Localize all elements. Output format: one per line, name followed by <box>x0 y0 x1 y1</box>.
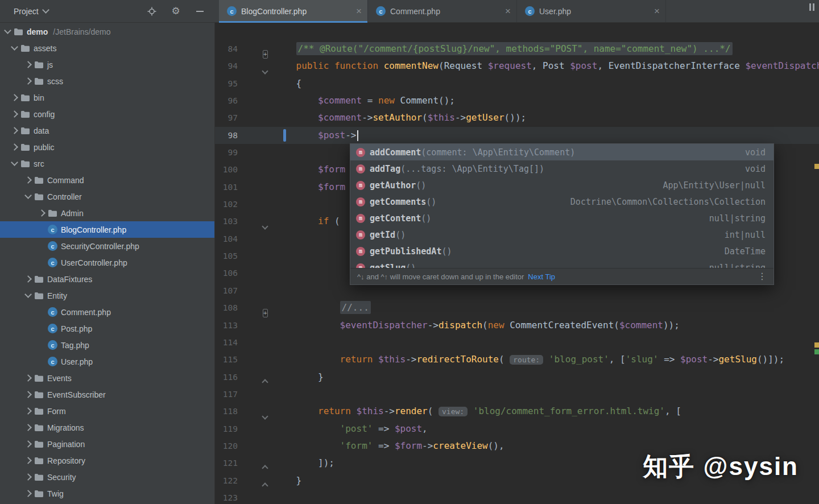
line-number[interactable]: 106 <box>215 265 238 282</box>
chevron-right-icon[interactable] <box>24 391 32 398</box>
tree-item-Repository[interactable]: Repository <box>0 452 214 469</box>
chevron-right-icon[interactable] <box>24 61 32 68</box>
code-line-84[interactable]: 84+ /** @Route("/comment/{postSlug}/new"… <box>215 40 819 57</box>
tree-item-Migrations[interactable]: Migrations <box>0 419 214 436</box>
tree-item-scss[interactable]: scss <box>0 73 214 89</box>
chevron-down-icon[interactable] <box>24 192 32 199</box>
completion-item-addTag[interactable]: maddTag(...tags: \App\Entity\Tag[])void <box>350 160 774 177</box>
tree-item-Controller[interactable]: Controller <box>0 188 214 205</box>
tree-item-EventSubscriber[interactable]: EventSubscriber <box>0 386 214 403</box>
line-number[interactable]: 120 <box>215 437 238 455</box>
chevron-right-icon[interactable] <box>38 209 46 217</box>
chevron-right-icon[interactable] <box>24 440 32 448</box>
line-number[interactable]: 100 <box>215 161 238 178</box>
code-line-119[interactable]: 119 'post' => $post, <box>215 420 819 437</box>
tree-item-src[interactable]: src <box>0 155 214 172</box>
completion-item-getContent[interactable]: mgetContent()null|string <box>350 210 774 226</box>
line-number[interactable]: 117 <box>215 386 238 403</box>
line-number[interactable]: 102 <box>215 196 238 213</box>
code-line-118[interactable]: 118 return $this->render( view: 'blog/co… <box>215 403 819 420</box>
code-line-116[interactable]: 116 } <box>215 369 819 386</box>
close-icon[interactable]: × <box>341 6 362 16</box>
tree-item-Command[interactable]: Command <box>0 172 214 188</box>
code-line-115[interactable]: 115 return $this->redirectToRoute( route… <box>215 351 819 368</box>
line-number[interactable]: 95 <box>215 75 238 92</box>
tree-item-js[interactable]: js <box>0 56 214 73</box>
completion-item-getSlug[interactable]: mgetSlug()null|string <box>350 259 774 268</box>
chevron-down-icon[interactable] <box>24 291 32 298</box>
chevron-right-icon[interactable] <box>24 176 32 184</box>
tree-item-data[interactable]: data <box>0 122 214 139</box>
line-number[interactable]: 107 <box>215 282 238 299</box>
tree-item-bin[interactable]: bin <box>0 89 214 106</box>
fold-collapse-icon[interactable] <box>262 414 268 420</box>
line-number[interactable]: 118 <box>215 403 238 420</box>
chevron-right-icon[interactable] <box>11 143 18 151</box>
completion-item-getId[interactable]: mgetId()int|null <box>350 226 774 243</box>
tree-item-User.php[interactable]: cUser.php <box>0 353 214 370</box>
code-line-95[interactable]: 95 { <box>215 75 819 92</box>
line-number[interactable]: 108 <box>215 299 238 316</box>
close-icon[interactable]: × <box>490 6 511 16</box>
code-line-97[interactable]: 97 $comment->setAuthor($this->getUser())… <box>215 109 819 126</box>
tree-item-BlogController.php[interactable]: cBlogController.php <box>0 221 214 238</box>
stripe-mark-warning[interactable] <box>814 164 819 169</box>
tree-item-Twig[interactable]: Twig <box>0 485 214 502</box>
chevron-right-icon[interactable] <box>24 275 32 283</box>
line-number[interactable]: 104 <box>215 230 238 247</box>
tree-item-Events[interactable]: Events <box>0 370 214 386</box>
code-line-96[interactable]: 96 $comment = new Comment(); <box>215 92 819 109</box>
project-view-selector[interactable]: Project <box>14 7 48 16</box>
line-number[interactable]: 94 <box>215 57 238 75</box>
line-number[interactable]: 114 <box>215 334 238 351</box>
chevron-right-icon[interactable] <box>24 374 32 382</box>
line-number[interactable]: 113 <box>215 317 238 334</box>
chevron-right-icon[interactable] <box>24 77 32 85</box>
close-icon[interactable]: × <box>639 6 660 16</box>
chevron-down-icon[interactable] <box>11 159 18 166</box>
code-line-117[interactable]: 117 <box>215 386 819 403</box>
line-number[interactable]: 103 <box>215 213 238 230</box>
fold-end-icon[interactable] <box>262 465 268 472</box>
completion-item-addComment[interactable]: maddComment(comment: \App\Entity\Comment… <box>350 144 774 160</box>
tree-item-assets[interactable]: assets <box>0 40 214 56</box>
line-number[interactable]: 123 <box>215 489 238 504</box>
fold-collapse-icon[interactable] <box>262 68 268 75</box>
code-line-113[interactable]: 113 $eventDispatcher->dispatch(new Comme… <box>215 317 819 334</box>
line-number[interactable]: 122 <box>215 472 238 489</box>
tree-item-DataFixtures[interactable]: DataFixtures <box>0 271 214 287</box>
line-number[interactable]: 84 <box>215 40 238 57</box>
chevron-right-icon[interactable] <box>24 473 32 481</box>
line-number[interactable]: 99 <box>215 144 238 161</box>
tree-item-Admin[interactable]: Admin <box>0 205 214 221</box>
line-number[interactable]: 97 <box>215 109 238 126</box>
line-number[interactable]: 98 <box>215 127 238 144</box>
chevron-right-icon[interactable] <box>24 407 32 415</box>
chevron-right-icon[interactable] <box>24 490 32 497</box>
tree-item-Security[interactable]: Security <box>0 469 214 485</box>
chevron-right-icon[interactable] <box>11 110 18 118</box>
completion-item-getComments[interactable]: mgetComments()Doctrine\Common\Collection… <box>350 193 774 210</box>
completion-item-getPublishedAt[interactable]: mgetPublishedAt()DateTime <box>350 243 774 259</box>
tree-item-Tag.php[interactable]: cTag.php <box>0 337 214 353</box>
line-number[interactable]: 115 <box>215 351 238 368</box>
tree-item-public[interactable]: public <box>0 139 214 155</box>
inspections-widget-icon[interactable] <box>809 3 814 11</box>
line-number[interactable]: 101 <box>215 179 238 196</box>
tree-item-Pagination[interactable]: Pagination <box>0 436 214 452</box>
code-line-114[interactable]: 114 <box>215 334 819 351</box>
fold-end-icon[interactable] <box>262 379 268 385</box>
gear-icon[interactable]: ⚙ <box>171 6 181 16</box>
chevron-down-icon[interactable] <box>11 43 18 51</box>
editor-tab-BlogController.php[interactable]: cBlogController.php× <box>219 0 368 22</box>
line-number[interactable]: 105 <box>215 247 238 265</box>
tree-item-Post.php[interactable]: cPost.php <box>0 320 214 337</box>
code-line-123[interactable]: 123 <box>215 489 819 504</box>
completion-item-getAuthor[interactable]: mgetAuthor()App\Entity\User|null <box>350 177 774 193</box>
chevron-right-icon[interactable] <box>11 127 18 134</box>
chevron-right-icon[interactable] <box>11 94 18 101</box>
next-tip-link[interactable]: Next Tip <box>528 272 555 281</box>
editor-tab-User.php[interactable]: cUser.php× <box>517 0 666 22</box>
locate-file-icon[interactable] <box>147 6 157 16</box>
fold-collapse-icon[interactable] <box>262 224 268 230</box>
